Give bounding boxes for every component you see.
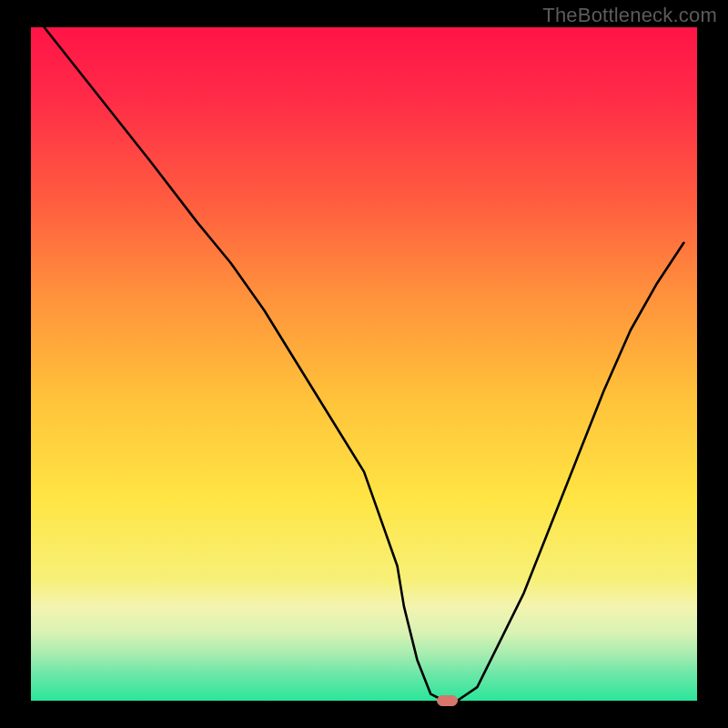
bottleneck-chart: TheBottleneck.com — [0, 0, 728, 728]
chart-svg — [0, 0, 728, 728]
optimal-marker — [438, 696, 458, 706]
plot-area — [31, 27, 697, 701]
watermark-text: TheBottleneck.com — [542, 4, 717, 27]
